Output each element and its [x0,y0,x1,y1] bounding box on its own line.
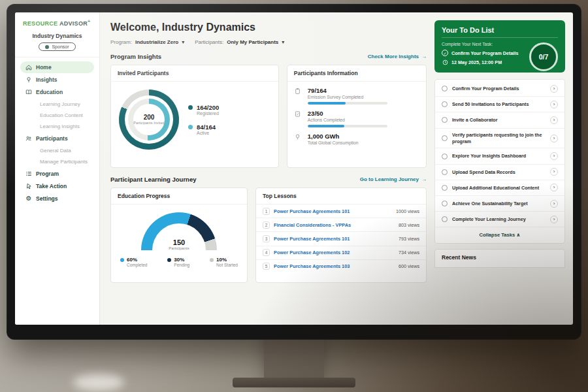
stat-value: 1,000 GWh [308,133,359,140]
checkbox-icon[interactable] [442,216,448,222]
task-row-achieve-target[interactable]: Achieve One Sustainability Target › [435,196,564,212]
sidebar-item-education-content[interactable]: Education Content [20,110,94,121]
sponsor-icon [45,45,49,49]
checkbox-icon[interactable] [442,201,448,206]
task-row-upload-spend-data[interactable]: Upload Spend Data Records › [435,165,564,180]
checkbox-icon[interactable] [442,185,448,191]
sidebar-item-insights[interactable]: Insights [20,74,94,86]
task-row-complete-learning-journey[interactable]: Complete Your Learning Journey › [435,212,564,227]
sidebar-item-participants[interactable]: Participants [20,133,94,144]
users-icon [25,135,32,142]
checkbox-icon[interactable] [442,101,448,107]
sidebar-item-label: Participants [36,135,68,142]
chevron-right-icon[interactable]: › [550,135,558,142]
participants-filter-value: Only My Participants [227,39,278,45]
education-progress-legend: 60% Completed 30% Pending [111,250,247,267]
clipboard-icon [295,87,302,105]
monitor-stand-neck [264,338,324,380]
sidebar: RESOURCE ADVISOR+ Industry Dynamics Spon… [15,12,100,325]
sidebar-item-program[interactable]: Program [20,168,94,180]
pending-dot-icon [167,258,171,262]
chevron-right-icon[interactable]: › [550,184,558,191]
lesson-row: 3 Power Purchase Agreements 101 793 view… [256,232,426,246]
lesson-views: 793 views [399,236,419,242]
list-icon [25,171,32,177]
chevron-right-icon[interactable]: › [550,168,558,176]
chevron-right-icon[interactable]: › [550,200,558,208]
stat-value: 79/164 [308,87,387,94]
top-lessons-title: Top Lessons [256,188,426,204]
checkbox-icon[interactable] [442,135,448,141]
page-title: Welcome, Industry Dynamics [110,22,427,33]
sidebar-item-take-action[interactable]: Take Action [20,180,94,192]
dashboard-screen: RESOURCE ADVISOR+ Industry Dynamics Spon… [15,12,573,325]
checkbox-icon[interactable] [442,117,448,123]
lesson-row: 4 Power Purchase Agreements 102 734 view… [256,246,426,260]
active-dot-icon [188,125,193,129]
lesson-link[interactable]: Power Purchase Agreements 103 [274,263,395,269]
check-more-insights-link[interactable]: Check More Insights → [368,54,427,59]
checklist-icon [295,110,302,127]
sidebar-item-learning-insights[interactable]: Learning Insights [20,121,94,132]
checkbox-icon[interactable] [442,169,448,175]
desk-object [73,374,124,391]
program-insights-header: Program Insights Check More Insights → [110,53,427,60]
checkbox-icon[interactable] [442,86,448,91]
program-insights-title: Program Insights [110,53,161,60]
sidebar-item-general-data[interactable]: General Data [20,145,94,156]
lesson-views: 1000 views [396,208,419,214]
go-to-learning-journey-link[interactable]: Go to Learning Journey → [360,176,427,182]
chevron-right-icon[interactable]: › [550,152,558,160]
sidebar-item-education[interactable]: Education [20,86,94,98]
sidebar-item-home[interactable]: Home [20,61,94,73]
arrow-right-icon: → [421,176,427,182]
top-lessons-card: Top Lessons 1 Power Purchase Agreements … [255,188,427,283]
chevron-right-icon[interactable]: › [550,85,558,93]
task-label: Verify participants requesting to join t… [452,132,546,144]
task-row-explore-insights[interactable]: Explore Your Insights Dashboard › [435,148,564,164]
go-to-learning-journey-label: Go to Learning Journey [360,176,419,182]
sidebar-item-label: Take Action [36,183,67,189]
task-row-invite-collaborator[interactable]: Invite a Collaborator › [435,112,564,128]
check-more-insights-label: Check More Insights [368,54,419,59]
checkbox-icon[interactable] [442,154,448,159]
collapse-tasks-link[interactable]: Collapse Tasks ∧ [435,227,564,242]
active-label: Active [197,131,216,135]
lesson-rank: 5 [263,263,270,270]
legend-item-completed: 60% Completed [120,257,147,267]
sidebar-item-learning-journey[interactable]: Learning Journey [20,99,94,110]
lesson-link[interactable]: Financial Considerations - VPPAs [274,222,395,228]
lesson-link[interactable]: Power Purchase Agreements 102 [274,250,395,255]
todo-title: Your To Do List [442,26,558,38]
chevron-right-icon[interactable]: › [550,116,558,124]
lesson-rank: 1 [263,208,270,215]
program-filter[interactable]: Program: Industrialize Zero ▾ [110,39,184,45]
org-name: Industry Dynamics [19,33,95,39]
lesson-link[interactable]: Power Purchase Agreements 101 [274,208,392,214]
recent-news-header: Recent News [434,249,565,268]
education-progress-gauge: 150 Participants [141,212,217,250]
lesson-link[interactable]: Power Purchase Agreements 101 [274,236,395,242]
sidebar-item-manage-participants[interactable]: Manage Participants [20,156,94,167]
todo-next-time: 12 May 2025, 12:00 PM [442,59,527,65]
task-row-send-invitations[interactable]: Send 50 Invitations to Participants › [435,97,564,112]
todo-next-time-label: 12 May 2025, 12:00 PM [451,59,502,65]
lesson-views: 600 views [399,263,419,269]
sidebar-item-label: Home [36,64,52,71]
completed-label: Completed [127,263,147,267]
education-progress-card: Education Progress 150 Participants [110,188,248,283]
task-row-upload-educational-content[interactable]: Upload Additional Educational Content › [435,180,564,196]
bulb-icon [295,133,302,145]
chevron-right-icon[interactable]: › [550,101,558,108]
task-row-confirm-program[interactable]: Confirm Your Program Details › [435,81,564,97]
lesson-row: 1 Power Purchase Agreements 101 1000 vie… [256,204,426,218]
legend-item-pending: 30% Pending [167,257,189,267]
clock-icon [442,59,448,65]
task-row-verify-participants[interactable]: Verify participants requesting to join t… [435,129,564,149]
participants-filter[interactable]: Participants: Only My Participants ▾ [195,39,284,45]
chevron-right-icon[interactable]: › [550,216,558,223]
sponsor-badge[interactable]: Sponsor [39,42,75,51]
sidebar-item-settings[interactable]: ⚙ Settings [20,193,94,204]
stat-total-consumption: 1,000 GWh Total Global Consumption [287,127,426,145]
task-label: Complete Your Learning Journey [452,216,546,222]
